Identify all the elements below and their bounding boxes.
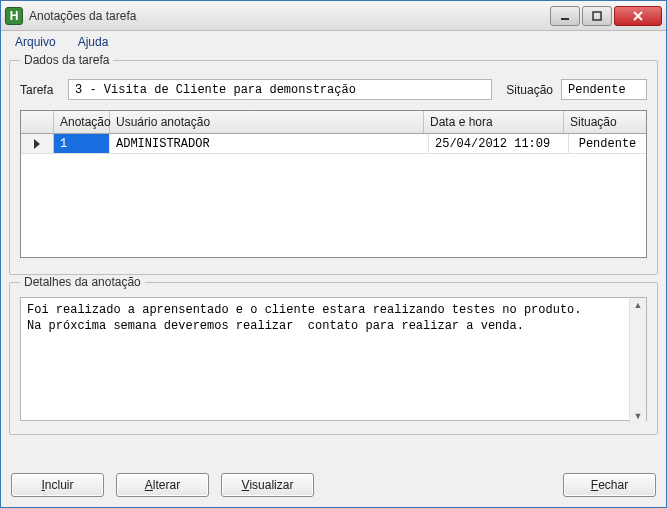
client-area: Dados da tarefa Tarefa 3 - Visita de Cli… [9, 53, 658, 499]
annotations-grid[interactable]: Anotação Usuário anotação Data e hora Si… [20, 110, 647, 258]
scroll-up-icon: ▲ [634, 298, 643, 312]
include-button[interactable]: Incluir [11, 473, 104, 497]
maximize-icon [592, 11, 602, 21]
close-window-button[interactable] [614, 6, 662, 26]
maximize-button[interactable] [582, 6, 612, 26]
menu-bar: Arquivo Ajuda [1, 31, 666, 53]
annotation-details-legend: Detalhes da anotação [20, 275, 145, 289]
textarea-scrollbar[interactable]: ▲ ▼ [629, 298, 646, 423]
row-indicator [21, 134, 54, 153]
close-button[interactable]: Fechar [563, 473, 656, 497]
grid-header-datetime[interactable]: Data e hora [424, 111, 564, 133]
cell-user[interactable]: ADMINISTRADOR [110, 134, 429, 153]
title-bar[interactable]: H Anotações da tarefa [1, 1, 666, 31]
minimize-icon [560, 11, 570, 21]
app-icon: H [5, 7, 23, 25]
task-label: Tarefa [20, 83, 60, 97]
task-data-legend: Dados da tarefa [20, 53, 113, 67]
details-textarea-wrap: ▲ ▼ [20, 297, 647, 424]
svg-rect-0 [561, 18, 569, 20]
grid-header: Anotação Usuário anotação Data e hora Si… [21, 111, 646, 134]
menu-file[interactable]: Arquivo [5, 33, 66, 51]
task-field[interactable]: 3 - Visita de Cliente para demonstração [68, 79, 492, 100]
grid-header-user[interactable]: Usuário anotação [110, 111, 424, 133]
grid-header-marker[interactable] [21, 111, 54, 133]
task-data-group: Dados da tarefa Tarefa 3 - Visita de Cli… [9, 53, 658, 275]
task-row: Tarefa 3 - Visita de Cliente para demons… [20, 79, 647, 100]
window-controls [550, 6, 662, 26]
svg-rect-1 [593, 12, 601, 20]
view-button[interactable]: Visualizar [221, 473, 314, 497]
close-icon [632, 11, 644, 21]
menu-help[interactable]: Ajuda [68, 33, 119, 51]
cell-datetime[interactable]: 25/04/2012 11:09 [429, 134, 569, 153]
cell-status[interactable]: Pendente [569, 134, 646, 153]
edit-button[interactable]: Alterar [116, 473, 209, 497]
status-field[interactable]: Pendente [561, 79, 647, 100]
cell-annotation[interactable]: 1 [54, 134, 110, 153]
grid-header-status[interactable]: Situação [564, 111, 646, 133]
current-row-icon [33, 139, 41, 149]
table-row[interactable]: 1 ADMINISTRADOR 25/04/2012 11:09 Pendent… [21, 134, 646, 154]
scroll-down-icon: ▼ [634, 409, 643, 423]
button-bar: Incluir Alterar Visualizar Fechar [9, 469, 658, 499]
annotation-details-group: Detalhes da anotação ▲ ▼ [9, 275, 658, 435]
window-title: Anotações da tarefa [29, 9, 550, 23]
status-label: Situação [506, 83, 553, 97]
annotation-details-text[interactable] [20, 297, 647, 421]
window-frame: H Anotações da tarefa Arquivo Ajuda Dado… [0, 0, 667, 508]
minimize-button[interactable] [550, 6, 580, 26]
grid-header-annotation[interactable]: Anotação [54, 111, 110, 133]
